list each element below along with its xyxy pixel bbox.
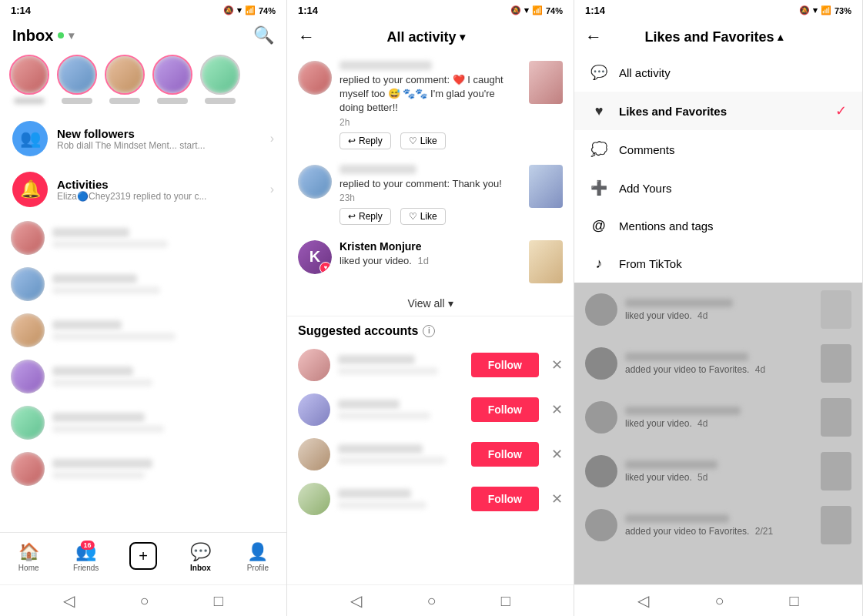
new-followers-card[interactable]: 👥 New followers Rob diall The Mindset Me… bbox=[0, 113, 286, 164]
activities-text: Activities Eliza🔵Chey2319 replied to you… bbox=[57, 178, 261, 202]
recents-android-icon-2[interactable]: □ bbox=[501, 592, 510, 610]
list-info bbox=[52, 274, 276, 294]
follow-button-2[interactable]: Follow bbox=[471, 397, 539, 422]
dropdown-arrow-icon: ▾ bbox=[69, 29, 74, 42]
battery-label-2: 74% bbox=[546, 6, 563, 15]
likes-item-3: liked your video. 4d bbox=[574, 390, 862, 444]
suggested-item-2: Follow ✕ bbox=[287, 387, 574, 432]
recents-android-icon-3[interactable]: □ bbox=[789, 592, 798, 610]
status-time-3: 1:14 bbox=[585, 5, 605, 16]
inbox-label: Inbox bbox=[190, 564, 211, 572]
dropdown-add-yours[interactable]: ➕ Add Yours bbox=[574, 169, 862, 207]
nav-home[interactable]: 🏠 Home bbox=[0, 539, 57, 575]
likes-name-4 bbox=[625, 460, 717, 469]
follow-button-4[interactable]: Follow bbox=[471, 487, 539, 511]
activities-card[interactable]: 🔔 Activities Eliza🔵Chey2319 replied to y… bbox=[0, 164, 286, 215]
nav-create[interactable]: + bbox=[115, 539, 172, 575]
view-all-button[interactable]: View all ▾ bbox=[287, 291, 574, 316]
reply-button-2[interactable]: ↩ Reply bbox=[340, 208, 391, 225]
back-button-2[interactable]: ← bbox=[298, 27, 315, 47]
dropdown-all-activity[interactable]: 💬 All activity bbox=[574, 53, 862, 92]
close-suggested-2[interactable]: ✕ bbox=[551, 401, 563, 418]
list-avatar bbox=[11, 221, 45, 255]
likes-text-2: added your video to Favorites. 4d bbox=[625, 364, 813, 375]
likes-content-2: added your video to Favorites. 4d bbox=[625, 353, 813, 375]
online-indicator bbox=[58, 32, 64, 38]
activity-actions-2: ↩ Reply ♡ Like bbox=[340, 208, 521, 225]
dropdown-mentions[interactable]: @ Mentions and tags bbox=[574, 207, 862, 245]
create-button[interactable]: + bbox=[129, 542, 157, 570]
status-icons-2: 🔕 ▾ 📶 74% bbox=[510, 5, 563, 15]
dropdown-tiktok-label: From TikTok bbox=[619, 257, 847, 270]
list-item[interactable] bbox=[0, 261, 286, 307]
activity-thumb-2 bbox=[529, 165, 563, 208]
close-suggested-4[interactable]: ✕ bbox=[551, 490, 563, 507]
list-item[interactable] bbox=[0, 215, 286, 261]
home-label: Home bbox=[18, 564, 39, 572]
status-icons-1: 🔕 ▾ 📶 74% bbox=[223, 5, 276, 15]
dropdown-likes-favorites[interactable]: ♥ Likes and Favorites ✓ bbox=[574, 92, 862, 130]
likes-thumb-1 bbox=[821, 290, 851, 329]
back-android-icon[interactable]: ◁ bbox=[63, 591, 75, 610]
wifi-icon-3: ▾ bbox=[813, 5, 818, 15]
close-suggested-1[interactable]: ✕ bbox=[551, 357, 563, 373]
android-nav-2: ◁ ○ □ bbox=[287, 584, 574, 616]
close-suggested-3[interactable]: ✕ bbox=[551, 446, 563, 463]
list-item[interactable] bbox=[0, 307, 286, 353]
follow-button-3[interactable]: Follow bbox=[471, 442, 539, 467]
likes-avatar-5 bbox=[585, 509, 617, 541]
all-activity-title: All activity ▾ bbox=[324, 29, 527, 45]
home-android-icon-2[interactable]: ○ bbox=[426, 592, 436, 610]
friends-badge: 16 bbox=[80, 541, 94, 550]
back-android-icon-3[interactable]: ◁ bbox=[637, 591, 649, 610]
story-item[interactable] bbox=[57, 55, 97, 104]
suggested-name-1 bbox=[338, 355, 415, 364]
home-android-icon[interactable]: ○ bbox=[139, 592, 149, 610]
people-icon: 👥 bbox=[20, 129, 41, 149]
likes-item-4: liked your video. 5d bbox=[574, 444, 862, 498]
nav-friends[interactable]: 👥 Friends 16 bbox=[57, 539, 114, 575]
likes-item-1: liked your video. 4d bbox=[574, 283, 862, 336]
list-item[interactable] bbox=[0, 400, 286, 446]
likes-name-3 bbox=[625, 407, 741, 415]
back-button-3[interactable]: ← bbox=[585, 27, 602, 47]
list-item[interactable] bbox=[0, 446, 286, 492]
inbox-list bbox=[0, 215, 286, 532]
story-name bbox=[109, 98, 140, 104]
nav-inbox[interactable]: 💬 Inbox bbox=[172, 539, 229, 575]
follow-button-1[interactable]: Follow bbox=[471, 353, 539, 377]
suggested-sub-2 bbox=[338, 412, 430, 420]
signal-icon-3: 📶 bbox=[821, 5, 831, 15]
like-button-1[interactable]: ♡ Like bbox=[400, 132, 446, 149]
suggested-sub-3 bbox=[338, 457, 446, 464]
story-item[interactable] bbox=[9, 55, 49, 104]
story-item[interactable] bbox=[200, 55, 240, 104]
list-avatar bbox=[11, 406, 45, 440]
search-button[interactable]: 🔍 bbox=[253, 25, 274, 45]
reply-icon-2: ↩ bbox=[348, 211, 356, 222]
back-android-icon-2[interactable]: ◁ bbox=[350, 591, 362, 610]
status-bar-3: 1:14 🔕 ▾ 📶 73% bbox=[574, 0, 862, 19]
recents-android-icon[interactable]: □ bbox=[214, 592, 223, 610]
suggested-avatar-3 bbox=[298, 438, 330, 470]
likes-thumb-5 bbox=[821, 506, 851, 544]
likes-avatar-3 bbox=[585, 401, 617, 434]
list-name bbox=[52, 367, 133, 376]
story-item[interactable] bbox=[105, 55, 145, 104]
reply-button-1[interactable]: ↩ Reply bbox=[340, 132, 391, 149]
like-badge: ♥ bbox=[319, 262, 332, 274]
home-android-icon-3[interactable]: ○ bbox=[714, 592, 724, 610]
list-avatar bbox=[11, 267, 45, 301]
suggested-item-3: Follow ✕ bbox=[287, 432, 574, 477]
stories-row bbox=[0, 55, 286, 113]
dropdown-comments[interactable]: 💭 Comments bbox=[574, 130, 862, 169]
nav-profile[interactable]: 👤 Profile bbox=[229, 539, 286, 575]
list-info bbox=[52, 459, 276, 479]
dropdown-from-tiktok[interactable]: ♪ From TikTok bbox=[574, 245, 862, 283]
like-button-2[interactable]: ♡ Like bbox=[400, 208, 446, 225]
list-detail bbox=[52, 379, 152, 387]
list-item[interactable] bbox=[0, 353, 286, 400]
story-item[interactable] bbox=[152, 55, 192, 104]
chevron-up-icon: ▴ bbox=[778, 31, 783, 43]
signal-icon: 📶 bbox=[245, 5, 256, 15]
